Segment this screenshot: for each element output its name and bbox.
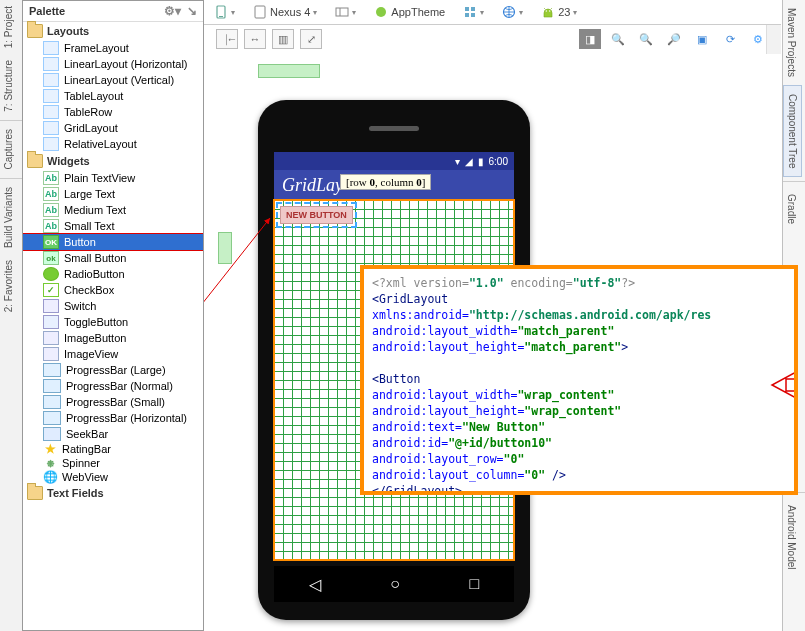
recents-icon[interactable]: □ [470,575,480,593]
item-tablerow[interactable]: TableRow [23,104,203,120]
selection-outline[interactable]: NEW BUTTON [276,202,357,228]
signal-icon: ◢ [465,156,473,167]
item-imagebutton[interactable]: ImageButton [23,330,203,346]
home-icon[interactable]: ○ [390,575,400,593]
item-webview[interactable]: 🌐WebView [23,470,203,484]
item-linearlayout-v[interactable]: LinearLayout (Vertical) [23,72,203,88]
left-tool-gutter: 1: Project 7: Structure Captures Build V… [0,0,23,631]
align-left-icon[interactable]: ⎹← [216,29,238,49]
refresh-icon[interactable]: ⟳ [719,29,741,49]
item-relativelayout[interactable]: RelativeLayout [23,136,203,152]
ruler-horizontal [258,64,320,78]
xml-code-overlay: <?xml version="1.0" encoding="utf-8"?> <… [360,265,798,495]
gutter-tab-project[interactable]: 1: Project [0,0,17,54]
api-picker[interactable]: 23▾ [537,3,581,21]
ruler-vertical [218,232,232,264]
item-progressbar-large[interactable]: ProgressBar (Large) [23,362,203,378]
svg-point-5 [376,7,386,17]
item-progressbar-small[interactable]: ProgressBar (Small) [23,394,203,410]
item-plaintextview[interactable]: AbPlain TextView [23,170,203,186]
design-view-icon[interactable]: ◨ [579,29,601,49]
device-picker[interactable]: Nexus 4▾ [249,3,321,21]
item-switch[interactable]: Switch [23,298,203,314]
palette-header: Palette ⚙▾ ↘ [23,1,203,22]
svg-rect-1 [219,16,223,17]
palette-panel: Palette ⚙▾ ↘ Layouts FrameLayout LinearL… [22,0,204,631]
item-smalltext[interactable]: AbSmall Text [23,218,203,234]
svg-point-11 [546,10,547,11]
item-checkbox[interactable]: CheckBox [23,282,203,298]
drop-tooltip: [row 0, column 0] [340,174,431,190]
group-layouts[interactable]: Layouts [23,22,203,40]
item-smallbutton[interactable]: okSmall Button [23,250,203,266]
align-center-icon[interactable]: ↔ [244,29,266,49]
theme-picker[interactable]: AppTheme [370,3,449,21]
svg-rect-3 [336,8,348,16]
item-largetext[interactable]: AbLarge Text [23,186,203,202]
item-ratingbar[interactable]: ★RatingBar [23,442,203,456]
back-icon[interactable]: ◁ [309,575,321,594]
wifi-icon: ▾ [455,156,460,167]
item-progressbar-horizontal[interactable]: ProgressBar (Horizontal) [23,410,203,426]
android-nav-bar: ◁ ○ □ [274,566,514,602]
svg-rect-9 [471,13,475,17]
rail-tab-maven[interactable]: Maven Projects [783,0,800,85]
gutter-tab-structure[interactable]: 7: Structure [0,54,17,118]
clock-text: 6:00 [489,156,508,167]
rail-tab-component-tree[interactable]: Component Tree [783,85,802,178]
status-bar: ▾ ◢ ▮ 6:00 [274,152,514,170]
activity-picker[interactable]: ▾ [459,3,488,21]
rail-tab-android-model[interactable]: Android Model [783,497,800,577]
item-seekbar[interactable]: SeekBar [23,426,203,442]
svg-rect-6 [465,7,469,11]
columns-icon[interactable]: ▥ [272,29,294,49]
svg-rect-8 [465,13,469,17]
gutter-tab-build[interactable]: Build Variants [0,181,17,254]
orientation-button[interactable]: ▾ [210,3,239,21]
design-config-bar: ▾ Nexus 4▾ ▾ AppTheme ▾ ▾ 23▾ [204,0,781,25]
item-tablelayout[interactable]: TableLayout [23,88,203,104]
item-togglebutton[interactable]: ToggleButton [23,314,203,330]
app-bar: GridLay [row 0, column 0] [274,170,514,200]
group-widgets[interactable]: Widgets [23,152,203,170]
group-textfields[interactable]: Text Fields [23,484,203,502]
item-imageview[interactable]: ImageView [23,346,203,362]
item-linearlayout-h[interactable]: LinearLayout (Horizontal) [23,56,203,72]
zoom-fit-icon[interactable]: 🔍 [607,29,629,49]
item-framelayout[interactable]: FrameLayout [23,40,203,56]
svg-rect-7 [471,7,475,11]
gutter-tab-captures[interactable]: Captures [0,123,17,176]
expand-icon[interactable]: ⤢ [300,29,322,49]
new-button-widget[interactable]: NEW BUTTON [280,206,353,224]
callout-arrow-icon [756,365,798,405]
speaker-icon [369,126,419,131]
svg-rect-2 [255,6,265,18]
palette-tree: Layouts FrameLayout LinearLayout (Horizo… [23,22,203,502]
fit-screen-icon[interactable]: ▣ [691,29,713,49]
design-view-bar: ⎹← ↔ ▥ ⤢ ◨ 🔍 🔍 🔎 ▣ ⟳ ⚙ [204,25,781,53]
zoom-in-icon[interactable]: 🔍 [635,29,657,49]
item-gridlayout[interactable]: GridLayout [23,120,203,136]
app-title: GridLay [282,175,343,196]
item-button[interactable]: OKButton [23,234,203,250]
zoom-out-icon[interactable]: 🔎 [663,29,685,49]
battery-icon: ▮ [478,156,484,167]
svg-point-12 [549,10,550,11]
item-mediumtext[interactable]: AbMedium Text [23,202,203,218]
gear-icon[interactable]: ⚙▾ [164,4,181,18]
item-progressbar-normal[interactable]: ProgressBar (Normal) [23,378,203,394]
rail-tab-gradle[interactable]: Gradle [783,186,800,232]
gutter-tab-favorites[interactable]: 2: Favorites [0,254,17,318]
layout-variant-button[interactable]: ▾ [331,3,360,21]
locale-picker[interactable]: ▾ [498,3,527,21]
item-radiobutton[interactable]: RadioButton [23,266,203,282]
palette-title: Palette [29,5,65,17]
item-spinner[interactable]: ⎈Spinner [23,456,203,470]
arrow-icon[interactable]: ↘ [187,4,197,18]
